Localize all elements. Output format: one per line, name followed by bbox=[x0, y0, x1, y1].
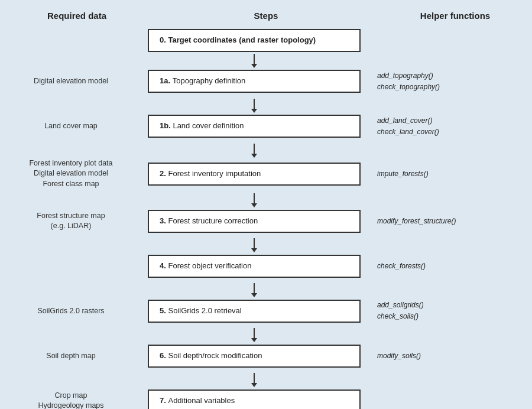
flow-row-7: Crop map Hydrogeology maps7. Additional … bbox=[6, 385, 526, 409]
step-box-0: 1a. Topography definition bbox=[148, 70, 361, 93]
helper-funcs-3: modify_forest_structure() bbox=[372, 213, 502, 229]
step-num-5: 5. bbox=[160, 306, 168, 315]
helper-func: modify_soils() bbox=[377, 350, 498, 362]
arrow-down-0 bbox=[254, 54, 255, 64]
helper-funcs-2: impute_forests() bbox=[372, 166, 502, 182]
step-col-5: 5. SoilGrids 2.0 retrieval bbox=[136, 300, 372, 323]
flow-row-5: SoilGrids 2.0 rasters5. SoilGrids 2.0 re… bbox=[6, 296, 526, 326]
step-box-2: 2. Forest inventory imputation bbox=[148, 163, 361, 186]
arrow-5 bbox=[6, 281, 526, 296]
step-col-1: 1b. Land cover definition bbox=[136, 115, 372, 138]
header-row: Required data Steps Helper functions bbox=[6, 11, 526, 21]
helper-func: check_land_cover() bbox=[377, 126, 498, 138]
arrow-1 bbox=[6, 97, 526, 111]
step-col-4: 4. Forest object verification bbox=[136, 255, 372, 278]
step-col-6: 6. Soil depth/rock modification bbox=[136, 345, 372, 368]
arrow-0 bbox=[6, 52, 526, 66]
required-data-6: Soil depth map bbox=[6, 349, 136, 364]
arrow-4 bbox=[6, 236, 526, 251]
flow-row-3: Forest structure map (e.g. LiDAR)3. Fore… bbox=[6, 206, 526, 236]
flow-row-6: Soil depth map6. Soil depth/rock modific… bbox=[6, 340, 526, 371]
step-box-7: 7. Additional variables bbox=[148, 389, 361, 409]
step-0-box: 0. Target coordinates (and raster topolo… bbox=[148, 29, 361, 52]
step-num-2: 2. bbox=[160, 169, 168, 178]
step-col-3: 3. Forest structure correction bbox=[136, 210, 372, 233]
step-col-7: 7. Additional variables bbox=[136, 389, 372, 409]
step-text-4: Forest object verification bbox=[168, 261, 251, 270]
step-num-0: 1a. bbox=[160, 76, 173, 85]
helper-func: check_forests() bbox=[377, 261, 498, 272]
helper-funcs-0: add_topography()check_topography() bbox=[372, 68, 502, 95]
helper-funcs-4: check_forests() bbox=[372, 258, 502, 274]
helper-func: modify_forest_structure() bbox=[377, 216, 498, 227]
step-text-7: Additional variables bbox=[168, 396, 235, 405]
helper-func: check_soils() bbox=[377, 311, 498, 322]
helper-funcs-5: add_soilgrids()check_soils() bbox=[372, 297, 502, 324]
required-data-2: Forest inventory plot data Digital eleva… bbox=[6, 156, 136, 192]
flow-row-0: Digital elevation model1a. Topography de… bbox=[6, 66, 526, 97]
required-data-4 bbox=[6, 264, 136, 268]
step0-row: 0. Target coordinates (and raster topolo… bbox=[6, 29, 526, 52]
step-text-5: SoilGrids 2.0 retrieval bbox=[168, 306, 241, 315]
arrow-down-5 bbox=[254, 283, 255, 294]
arrow-down-3 bbox=[254, 193, 255, 204]
helper-func: check_topography() bbox=[377, 82, 498, 93]
step-col-0: 1a. Topography definition bbox=[136, 70, 372, 93]
arrow-2 bbox=[6, 142, 526, 156]
step-0-text: 0. Target coordinates (and raster topolo… bbox=[160, 35, 316, 44]
required-data-7: Crop map Hydrogeology maps bbox=[6, 388, 136, 409]
helper-func: add_topography() bbox=[377, 70, 498, 82]
step-box-1: 1b. Land cover definition bbox=[148, 115, 361, 138]
arrow-7 bbox=[6, 371, 526, 385]
step-num-3: 3. bbox=[160, 216, 168, 225]
required-data-header: Required data bbox=[12, 11, 142, 21]
step-num-1: 1b. bbox=[160, 121, 173, 130]
arrow-down-7 bbox=[254, 373, 255, 384]
step-num-6: 6. bbox=[160, 351, 168, 360]
required-data-3: Forest structure map (e.g. LiDAR) bbox=[6, 209, 136, 234]
helper-func: impute_forests() bbox=[377, 168, 498, 180]
step-box-4: 4. Forest object verification bbox=[148, 255, 361, 278]
helper-funcs-7 bbox=[372, 398, 502, 403]
step-box-3: 3. Forest structure correction bbox=[148, 210, 361, 233]
flow-row-1: Land cover map1b. Land cover definitiona… bbox=[6, 111, 526, 142]
step-text-0: Topography definition bbox=[173, 76, 246, 85]
step-num-7: 7. bbox=[160, 396, 168, 405]
arrow-down-4 bbox=[254, 238, 255, 249]
arrow-down-6 bbox=[254, 328, 255, 339]
required-data-5: SoilGrids 2.0 rasters bbox=[6, 304, 136, 319]
required-data-0: Digital elevation model bbox=[6, 74, 136, 89]
step-text-6: Soil depth/rock modification bbox=[168, 351, 262, 360]
step-text-1: Land cover definition bbox=[173, 121, 244, 130]
step-box-5: 5. SoilGrids 2.0 retrieval bbox=[148, 300, 361, 323]
step-text-2: Forest inventory imputation bbox=[168, 169, 261, 178]
diagram-container: Required data Steps Helper functions 0. … bbox=[0, 0, 532, 409]
flow-row-4: 4. Forest object verificationcheck_fores… bbox=[6, 251, 526, 281]
required-data-1: Land cover map bbox=[6, 119, 136, 134]
arrow-down-2 bbox=[254, 144, 255, 154]
step-col-2: 2. Forest inventory imputation bbox=[136, 163, 372, 186]
step-text-3: Forest structure correction bbox=[168, 216, 258, 225]
flow-row-2: Forest inventory plot data Digital eleva… bbox=[6, 156, 526, 192]
helper-functions-header: Helper functions bbox=[390, 11, 520, 21]
steps-header: Steps bbox=[148, 11, 384, 21]
flow-area: Digital elevation model1a. Topography de… bbox=[6, 52, 526, 409]
arrow-down-1 bbox=[254, 99, 255, 109]
helper-func: add_land_cover() bbox=[377, 115, 498, 126]
helper-func: add_soilgrids() bbox=[377, 300, 498, 311]
step-num-4: 4. bbox=[160, 261, 168, 270]
arrow-6 bbox=[6, 326, 526, 340]
helper-funcs-1: add_land_cover()check_land_cover() bbox=[372, 113, 502, 140]
helper-funcs-6: modify_soils() bbox=[372, 348, 502, 364]
step-box-6: 6. Soil depth/rock modification bbox=[148, 345, 361, 368]
arrow-3 bbox=[6, 191, 526, 206]
